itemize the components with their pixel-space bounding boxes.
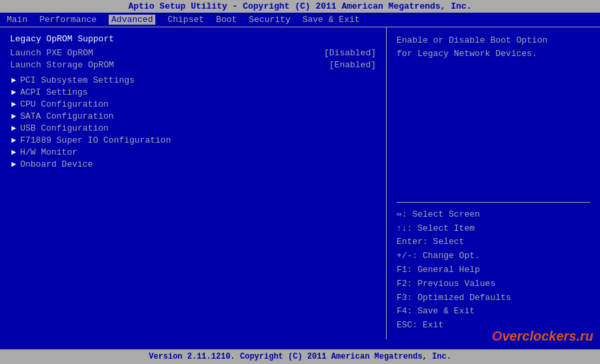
- menu-entry-sata[interactable]: ► SATA Configuration: [10, 111, 376, 121]
- pxe-value: [Disabled]: [324, 48, 376, 58]
- key-f2: F2: Previous Values: [397, 277, 590, 291]
- key-help: ⇔: Select Screen ↑↓: Select Item Enter: …: [397, 203, 590, 333]
- arrow-icon-sata: ►: [11, 112, 16, 121]
- arrow-icon-hwmonitor: ►: [11, 148, 16, 157]
- footer: Version 2.11.1210. Copyright (C) 2011 Am…: [0, 349, 600, 364]
- key-select-screen: ⇔: Select Screen: [397, 208, 590, 222]
- key-f4: F4: Save & Exit: [397, 305, 590, 319]
- key-enter: Enter: Select: [397, 235, 590, 249]
- menu-entry-pci-label: PCI Subsystem Settings: [20, 75, 135, 85]
- pxe-label: Launch PXE OpROM: [10, 48, 93, 58]
- menu-entry-acpi[interactable]: ► ACPI Settings: [10, 87, 376, 97]
- setting-row-pxe[interactable]: Launch PXE OpROM [Disabled]: [10, 48, 376, 58]
- menu-item-advanced[interactable]: Advanced: [109, 15, 155, 25]
- menu-entry-cpu-label: CPU Configuration: [20, 99, 109, 109]
- menu-entry-onboard[interactable]: ► Onboard Device: [10, 159, 376, 169]
- menu-entry-acpi-label: ACPI Settings: [20, 87, 87, 97]
- arrow-icon-pci: ►: [11, 76, 16, 85]
- menu-entry-onboard-label: Onboard Device: [20, 159, 93, 169]
- key-f3: F3: Optimized Defaults: [397, 291, 590, 305]
- title-text: Aptio Setup Utility - Copyright (C) 2011…: [129, 1, 472, 11]
- arrow-icon-f71889: ►: [11, 136, 16, 145]
- menu-entry-hwmonitor-label: H/W Monitor: [20, 147, 77, 157]
- setting-row-storage[interactable]: Launch Storage OpROM [Enabled]: [10, 60, 376, 70]
- menu-item-security[interactable]: Security: [249, 15, 290, 25]
- watermark: Overclockers.ru: [492, 329, 593, 344]
- footer-text: Version 2.11.1210. Copyright (C) 2011 Am…: [149, 352, 451, 361]
- arrow-icon-cpu: ►: [11, 100, 16, 109]
- key-f1: F1: General Help: [397, 263, 590, 277]
- menu-entry-pci[interactable]: ► PCI Subsystem Settings: [10, 75, 376, 85]
- menu-item-boot[interactable]: Boot: [216, 15, 237, 25]
- menu-entry-hwmonitor[interactable]: ► H/W Monitor: [10, 147, 376, 157]
- menu-entry-f71889-label: F71889 Super IO Configuration: [20, 135, 171, 145]
- left-panel: Legacy OpROM Support Launch PXE OpROM [D…: [0, 27, 387, 339]
- arrow-icon-usb: ►: [11, 124, 16, 133]
- menu-entry-usb-label: USB Configuration: [20, 123, 109, 133]
- menu-item-save-exit[interactable]: Save & Exit: [303, 15, 360, 25]
- menu-entry-usb[interactable]: ► USB Configuration: [10, 123, 376, 133]
- help-text: Enable or Disable Boot Optionfor Legacy …: [397, 34, 590, 203]
- arrow-icon-acpi: ►: [11, 88, 16, 97]
- menu-entry-f71889[interactable]: ► F71889 Super IO Configuration: [10, 135, 376, 145]
- menu-item-main[interactable]: Main: [7, 15, 27, 25]
- menu-item-performance[interactable]: Performance: [39, 15, 97, 25]
- storage-value: [Enabled]: [329, 60, 376, 70]
- menu-bar: Main Performance Advanced Chipset Boot S…: [0, 13, 600, 27]
- menu-entry-cpu[interactable]: ► CPU Configuration: [10, 99, 376, 109]
- key-select-item: ↑↓: Select Item: [397, 222, 590, 236]
- right-panel: Enable or Disable Boot Optionfor Legacy …: [387, 27, 600, 339]
- title-bar: Aptio Setup Utility - Copyright (C) 2011…: [0, 0, 600, 13]
- storage-label: Launch Storage OpROM: [10, 60, 114, 70]
- key-change-opt: +/-: Change Opt.: [397, 249, 590, 263]
- section-title: Legacy OpROM Support: [10, 34, 376, 44]
- menu-item-chipset[interactable]: Chipset: [167, 15, 204, 25]
- menu-entry-sata-label: SATA Configuration: [20, 111, 113, 121]
- main-content: Legacy OpROM Support Launch PXE OpROM [D…: [0, 27, 600, 339]
- arrow-icon-onboard: ►: [11, 160, 16, 169]
